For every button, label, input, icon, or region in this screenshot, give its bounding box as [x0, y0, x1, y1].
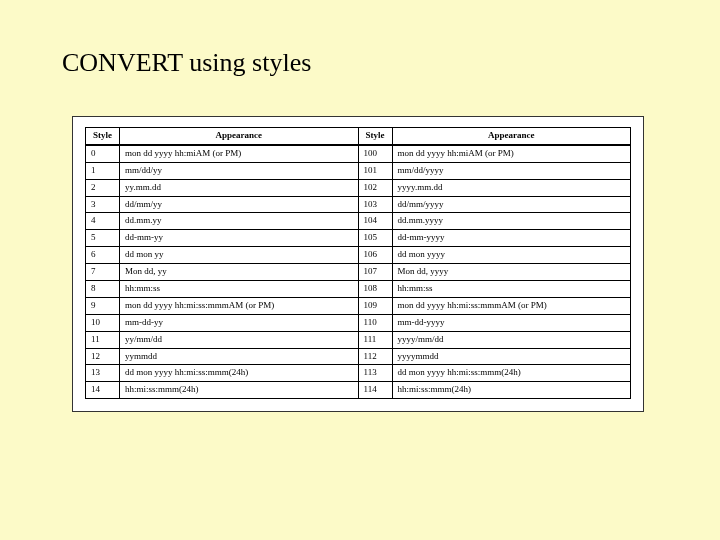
table-row: 6dd mon yy106dd mon yyyy [86, 247, 631, 264]
cell-appearance-left: yy.mm.dd [120, 179, 359, 196]
cell-appearance-left: dd mon yy [120, 247, 359, 264]
cell-style-left: 0 [86, 145, 120, 162]
cell-appearance-right: yyyy/mm/dd [392, 331, 631, 348]
table-row: 5dd-mm-yy105dd-mm-yyyy [86, 230, 631, 247]
cell-style-left: 14 [86, 382, 120, 399]
table-row: 2yy.mm.dd102yyyy.mm.dd [86, 179, 631, 196]
cell-appearance-left: mon dd yyyy hh:miAM (or PM) [120, 145, 359, 162]
cell-appearance-left: hh:mi:ss:mmm(24h) [120, 382, 359, 399]
page-title: CONVERT using styles [62, 48, 311, 78]
cell-style-right: 109 [358, 297, 392, 314]
cell-style-left: 6 [86, 247, 120, 264]
cell-appearance-left: dd mon yyyy hh:mi:ss:mmm(24h) [120, 365, 359, 382]
cell-appearance-left: mm-dd-yy [120, 314, 359, 331]
cell-appearance-left: dd/mm/yy [120, 196, 359, 213]
cell-appearance-right: yyyy.mm.dd [392, 179, 631, 196]
cell-appearance-right: dd/mm/yyyy [392, 196, 631, 213]
cell-appearance-left: yymmdd [120, 348, 359, 365]
cell-style-left: 1 [86, 162, 120, 179]
cell-appearance-right: Mon dd, yyyy [392, 264, 631, 281]
table-row: 14hh:mi:ss:mmm(24h)114hh:mi:ss:mmm(24h) [86, 382, 631, 399]
table-row: 7Mon dd, yy107Mon dd, yyyy [86, 264, 631, 281]
col-header-appearance-left: Appearance [120, 128, 359, 145]
cell-appearance-left: mm/dd/yy [120, 162, 359, 179]
cell-appearance-left: Mon dd, yy [120, 264, 359, 281]
table-row: 11yy/mm/dd111yyyy/mm/dd [86, 331, 631, 348]
cell-appearance-left: hh:mm:ss [120, 281, 359, 298]
col-header-appearance-right: Appearance [392, 128, 631, 145]
convert-styles-table: Style Appearance Style Appearance 0mon d… [85, 127, 631, 399]
cell-style-left: 2 [86, 179, 120, 196]
cell-style-left: 4 [86, 213, 120, 230]
cell-style-right: 108 [358, 281, 392, 298]
cell-appearance-right: mon dd yyyy hh:mi:ss:mmmAM (or PM) [392, 297, 631, 314]
table-row: 10mm-dd-yy110mm-dd-yyyy [86, 314, 631, 331]
cell-appearance-right: hh:mi:ss:mmm(24h) [392, 382, 631, 399]
cell-appearance-left: yy/mm/dd [120, 331, 359, 348]
table-row: 12yymmdd112yyyymmdd [86, 348, 631, 365]
table-container: Style Appearance Style Appearance 0mon d… [72, 116, 644, 412]
cell-style-left: 7 [86, 264, 120, 281]
cell-style-right: 112 [358, 348, 392, 365]
table-row: 0mon dd yyyy hh:miAM (or PM)100mon dd yy… [86, 145, 631, 162]
table-row: 3dd/mm/yy103dd/mm/yyyy [86, 196, 631, 213]
cell-style-left: 5 [86, 230, 120, 247]
slide: CONVERT using styles Style Appearance St… [0, 0, 720, 540]
cell-appearance-right: yyyymmdd [392, 348, 631, 365]
cell-style-right: 106 [358, 247, 392, 264]
col-header-style-right: Style [358, 128, 392, 145]
cell-appearance-right: hh:mm:ss [392, 281, 631, 298]
cell-appearance-right: dd mon yyyy [392, 247, 631, 264]
col-header-style-left: Style [86, 128, 120, 145]
cell-style-right: 101 [358, 162, 392, 179]
cell-style-right: 105 [358, 230, 392, 247]
cell-appearance-right: mm/dd/yyyy [392, 162, 631, 179]
cell-style-left: 11 [86, 331, 120, 348]
cell-appearance-right: dd.mm.yyyy [392, 213, 631, 230]
cell-style-left: 8 [86, 281, 120, 298]
cell-style-right: 113 [358, 365, 392, 382]
table-row: 8hh:mm:ss108hh:mm:ss [86, 281, 631, 298]
cell-appearance-right: mon dd yyyy hh:miAM (or PM) [392, 145, 631, 162]
cell-style-right: 110 [358, 314, 392, 331]
cell-style-right: 111 [358, 331, 392, 348]
table-row: 4dd.mm.yy104dd.mm.yyyy [86, 213, 631, 230]
cell-appearance-left: dd.mm.yy [120, 213, 359, 230]
table-row: 9mon dd yyyy hh:mi:ss:mmmAM (or PM)109mo… [86, 297, 631, 314]
cell-style-right: 102 [358, 179, 392, 196]
cell-style-left: 10 [86, 314, 120, 331]
cell-style-right: 114 [358, 382, 392, 399]
cell-style-left: 12 [86, 348, 120, 365]
cell-style-left: 9 [86, 297, 120, 314]
cell-style-right: 100 [358, 145, 392, 162]
table-row: 13dd mon yyyy hh:mi:ss:mmm(24h)113dd mon… [86, 365, 631, 382]
cell-style-left: 13 [86, 365, 120, 382]
cell-appearance-right: dd-mm-yyyy [392, 230, 631, 247]
cell-appearance-left: mon dd yyyy hh:mi:ss:mmmAM (or PM) [120, 297, 359, 314]
cell-style-right: 103 [358, 196, 392, 213]
table-row: 1mm/dd/yy101mm/dd/yyyy [86, 162, 631, 179]
cell-style-right: 107 [358, 264, 392, 281]
cell-appearance-left: dd-mm-yy [120, 230, 359, 247]
cell-style-left: 3 [86, 196, 120, 213]
table-header-row: Style Appearance Style Appearance [86, 128, 631, 145]
cell-appearance-right: mm-dd-yyyy [392, 314, 631, 331]
cell-style-right: 104 [358, 213, 392, 230]
cell-appearance-right: dd mon yyyy hh:mi:ss:mmm(24h) [392, 365, 631, 382]
